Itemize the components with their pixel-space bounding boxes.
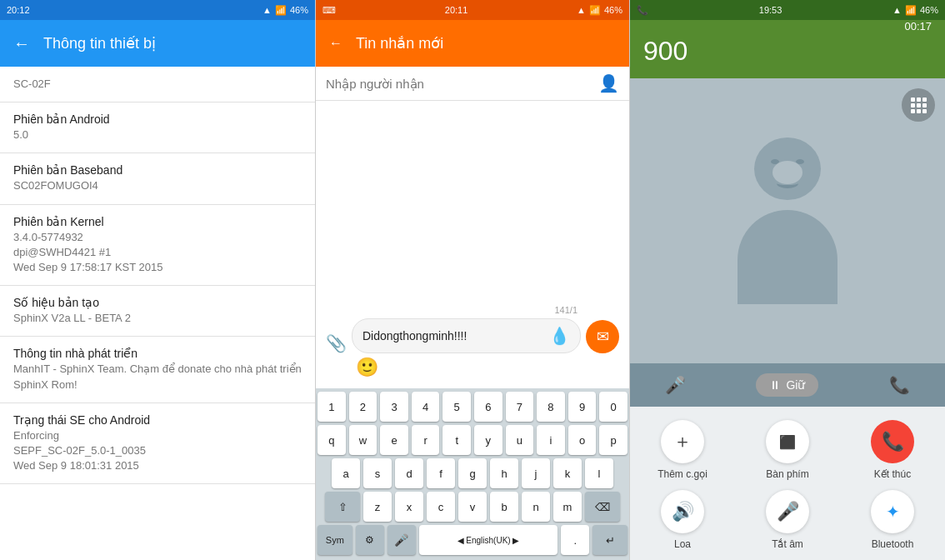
speaker-circle: 🔊 [661,490,704,533]
emoji-button[interactable]: 🙂 [356,357,378,378]
key-g[interactable]: g [458,458,487,488]
sym-key[interactable]: Sym [318,525,352,555]
key-q[interactable]: q [318,425,346,455]
ctrl-row-bottom: 🔊 Loa 🎤 Tắt âm ✦ Bluetooth [630,490,945,550]
key-r[interactable]: r [412,425,440,455]
contact-avatar [721,138,854,304]
bluetooth-button[interactable]: ✦ Bluetooth [859,490,926,550]
key-3[interactable]: 3 [380,392,408,422]
key-n[interactable]: n [522,492,550,522]
key-b[interactable]: b [490,492,518,522]
key-h[interactable]: h [490,458,518,488]
key-z[interactable]: z [363,492,392,522]
key-x[interactable]: x [395,492,423,522]
back-button-1[interactable]: ← [13,34,30,53]
compose-row: 📎 Didongthongminh!!!! 💧 ✉ [326,318,619,353]
key-f[interactable]: f [427,458,455,488]
dialpad-button[interactable] [902,88,935,122]
speaker-top-button[interactable]: 📞 [889,375,910,395]
mute-top-button[interactable]: 🎤 [665,375,686,395]
call-avatar-area [630,78,945,363]
settings-key[interactable]: ⚙ [356,525,384,555]
backspace-key[interactable]: ⌫ [585,492,620,522]
info-row-developer[interactable]: Thông tin nhà phát triển ManhIT - SphinX… [0,337,315,402]
speaker-top-icon: 📞 [889,375,910,395]
key-2[interactable]: 2 [349,392,378,422]
key-k[interactable]: k [553,458,582,488]
avatar-eye-left [771,159,779,164]
key-6[interactable]: 6 [474,392,502,422]
key-i[interactable]: i [537,425,565,455]
recipient-bar: 👤 [316,67,629,101]
info-row-model: SC-02F [0,67,315,102]
speaker-button[interactable]: 🔊 Loa [649,490,716,550]
key-e[interactable]: e [380,425,408,455]
keypad-button[interactable]: ⬛ Bàn phím [754,420,821,480]
key-j[interactable]: j [522,458,550,488]
mute-label: Tắt âm [772,538,803,550]
char-count: 141/1 [326,305,619,315]
mute-button[interactable]: 🎤 Tắt âm [754,490,821,550]
se-label: Trạng thái SE cho Android [13,413,302,427]
key-l[interactable]: l [585,458,613,488]
key-v[interactable]: v [458,492,487,522]
key-t[interactable]: t [442,425,471,455]
kernel-label: Phiên bản Kernel [13,215,302,228]
time-2: 20:11 [445,5,468,15]
key-d[interactable]: d [395,458,423,488]
bluetooth-circle: ✦ [871,490,914,533]
back-button-2[interactable]: ← [329,36,342,51]
info-row-kernel: Phiên bản Kernel 3.4.0-5774932 dpi@SWHD4… [0,205,315,287]
kernel-value: 3.4.0-5774932 dpi@SWHD4421 #1 Wed Sep 9 … [13,230,302,276]
water-drop-icon: 💧 [549,326,570,346]
call-controls-bottom: ＋ Thêm c.gọi ⬛ Bàn phím 📞 Kết thúc 🔊 Loa… [630,407,945,560]
key-c[interactable]: c [427,492,455,522]
recipient-input[interactable] [326,77,592,91]
key-w[interactable]: w [349,425,378,455]
key-u[interactable]: u [506,425,534,455]
enter-key[interactable]: ↵ [592,525,628,555]
hold-button[interactable]: ⏸ Giữ [756,373,818,397]
status-icons-2: ▲ 📶 46% [577,5,622,16]
call-header: 00:17 900 [630,20,945,78]
key-p[interactable]: p [599,425,628,455]
key-1[interactable]: 1 [318,392,346,422]
add-call-label: Thêm c.gọi [658,468,708,480]
keyboard-icon: ⌨ [322,5,336,16]
contacts-icon[interactable]: 👤 [598,73,619,93]
keyboard-row-qwerty: q w e r t y u i o p [318,425,628,455]
mic-key[interactable]: 🎤 [388,525,416,555]
message-input[interactable]: Didongthongminh!!!! 💧 [352,318,581,353]
end-call-button[interactable]: 📞 Kết thúc [859,420,926,480]
keyboard-row-numbers: 1 2 3 4 5 6 7 8 9 0 [318,392,628,422]
key-9[interactable]: 9 [568,392,597,422]
key-y[interactable]: y [474,425,502,455]
send-button[interactable]: ✉ [586,320,619,353]
wifi-icon: ▲ [262,5,272,15]
mute-top-icon: 🎤 [665,375,686,395]
add-call-button[interactable]: ＋ Thêm c.gọi [649,420,716,480]
key-8[interactable]: 8 [537,392,565,422]
status-bar-1: 20:12 ▲ 📶 46% [0,0,315,20]
avatar-mouth [777,178,798,188]
bluetooth-label: Bluetooth [872,538,914,550]
phone-icon: 📞 [637,5,648,16]
avatar-body [738,210,838,304]
pause-icon: ⏸ [769,378,781,392]
key-5[interactable]: 5 [442,392,471,422]
key-o[interactable]: o [568,425,597,455]
key-s[interactable]: s [363,458,392,488]
period-key[interactable]: . [561,525,589,555]
shift-key[interactable]: ⇧ [325,492,360,522]
avatar-eye-right [796,159,804,164]
space-key[interactable]: ◀ English(UK) ▶ [419,525,558,555]
hold-label: Giữ [786,378,805,392]
status-bar-2: ⌨ 20:11 ▲ 📶 46% [316,0,629,20]
key-0[interactable]: 0 [599,392,628,422]
key-m[interactable]: m [553,492,582,522]
key-7[interactable]: 7 [506,392,534,422]
attach-icon[interactable]: 📎 [326,333,347,353]
keyboard-row-asdf: a s d f g h j k l [318,458,628,488]
key-a[interactable]: a [332,458,360,488]
key-4[interactable]: 4 [412,392,440,422]
